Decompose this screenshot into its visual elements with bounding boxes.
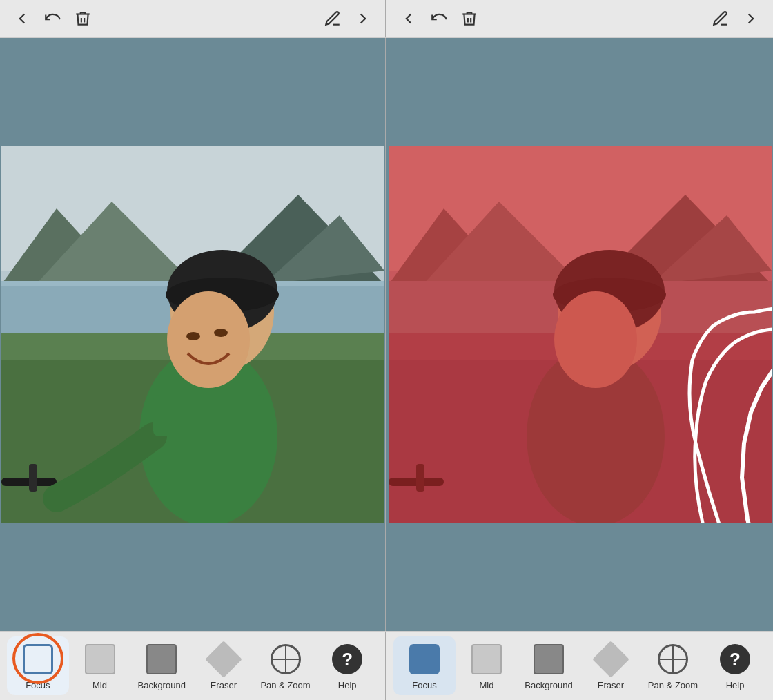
right-bottom-tools: Focus Mid Background Eraser bbox=[386, 632, 773, 700]
right-eraser-label: Eraser bbox=[598, 680, 624, 690]
left-tool-panzoom[interactable]: Pan & Zoom bbox=[255, 636, 317, 695]
right-tool-mid[interactable]: Mid bbox=[456, 636, 518, 695]
right-panzoom-label: Pan & Zoom bbox=[648, 680, 698, 690]
right-background-icon bbox=[534, 644, 564, 674]
right-help-label: Help bbox=[726, 680, 745, 690]
right-tool-panzoom[interactable]: Pan & Zoom bbox=[642, 636, 704, 695]
right-eraser-icon-wrap bbox=[593, 641, 629, 677]
left-tool-help[interactable]: ? Help bbox=[316, 636, 378, 695]
left-delete-button[interactable] bbox=[68, 3, 98, 34]
panzoom-icon-wrap bbox=[268, 641, 304, 677]
focus-label: Focus bbox=[26, 680, 50, 690]
background-icon-wrap bbox=[144, 641, 179, 677]
right-forward-button[interactable] bbox=[736, 3, 766, 34]
help-icon: ? bbox=[332, 644, 362, 674]
right-help-icon-wrap: ? bbox=[717, 641, 753, 677]
right-undo-button[interactable] bbox=[424, 3, 454, 34]
right-focus-icon bbox=[409, 644, 440, 674]
right-panel bbox=[386, 38, 773, 631]
right-photo-scene bbox=[389, 146, 772, 523]
right-edit-button[interactable] bbox=[705, 3, 736, 34]
background-icon bbox=[146, 644, 177, 674]
right-tool-eraser[interactable]: Eraser bbox=[580, 636, 642, 695]
right-tool-background[interactable]: Background bbox=[518, 636, 580, 695]
right-mid-label: Mid bbox=[480, 680, 494, 690]
mid-icon-wrap bbox=[82, 641, 118, 677]
svg-point-16 bbox=[167, 291, 250, 388]
svg-point-17 bbox=[186, 332, 200, 340]
left-undo-button[interactable] bbox=[37, 3, 68, 34]
panzoom-icon bbox=[271, 644, 301, 674]
focus-icon bbox=[23, 644, 53, 674]
focus-icon-wrap bbox=[20, 641, 56, 677]
right-panzoom-icon bbox=[658, 644, 688, 674]
left-tool-background[interactable]: Background bbox=[130, 636, 193, 695]
help-icon-wrap: ? bbox=[329, 641, 365, 677]
eraser-icon-wrap bbox=[206, 641, 242, 677]
svg-rect-19 bbox=[153, 395, 264, 436]
svg-point-18 bbox=[214, 329, 228, 337]
svg-rect-36 bbox=[389, 146, 772, 523]
help-label: Help bbox=[338, 680, 357, 690]
eraser-label: Eraser bbox=[211, 680, 237, 690]
right-delete-button[interactable] bbox=[454, 3, 485, 34]
left-tool-mid[interactable]: Mid bbox=[69, 636, 131, 695]
mid-label: Mid bbox=[92, 680, 107, 690]
right-mid-icon-wrap bbox=[469, 641, 505, 677]
right-panzoom-icon-wrap bbox=[655, 641, 691, 677]
left-tool-focus[interactable]: Focus bbox=[7, 636, 69, 695]
right-focus-label: Focus bbox=[412, 680, 436, 690]
panzoom-label: Pan & Zoom bbox=[260, 680, 310, 690]
left-tool-eraser[interactable]: Eraser bbox=[193, 636, 255, 695]
right-help-icon: ? bbox=[720, 644, 750, 674]
right-focus-icon-wrap bbox=[407, 641, 442, 677]
eraser-icon bbox=[205, 641, 242, 678]
left-toolbar bbox=[0, 0, 386, 37]
right-back-button[interactable] bbox=[393, 3, 424, 34]
left-back-button[interactable] bbox=[7, 3, 37, 34]
left-photo-scene bbox=[1, 146, 384, 523]
svg-rect-11 bbox=[29, 464, 37, 492]
left-edit-button[interactable] bbox=[317, 3, 348, 34]
left-forward-button[interactable] bbox=[348, 3, 378, 34]
right-background-icon-wrap bbox=[531, 641, 567, 677]
right-photo bbox=[389, 146, 772, 523]
right-background-label: Background bbox=[525, 680, 572, 690]
background-label: Background bbox=[137, 680, 185, 690]
right-toolbar bbox=[386, 0, 773, 37]
main-area bbox=[0, 38, 773, 631]
right-mid-icon bbox=[471, 644, 502, 674]
mid-icon bbox=[85, 644, 115, 674]
left-bottom-tools: Focus Mid Background Eraser bbox=[0, 632, 386, 700]
right-tool-focus[interactable]: Focus bbox=[393, 636, 456, 695]
right-tool-help[interactable]: ? Help bbox=[704, 636, 766, 695]
right-eraser-icon bbox=[592, 641, 629, 678]
left-panel bbox=[0, 38, 386, 631]
bottom-toolbar: Focus Mid Background Eraser bbox=[0, 631, 773, 700]
top-toolbar bbox=[0, 0, 773, 38]
left-photo bbox=[1, 146, 384, 523]
